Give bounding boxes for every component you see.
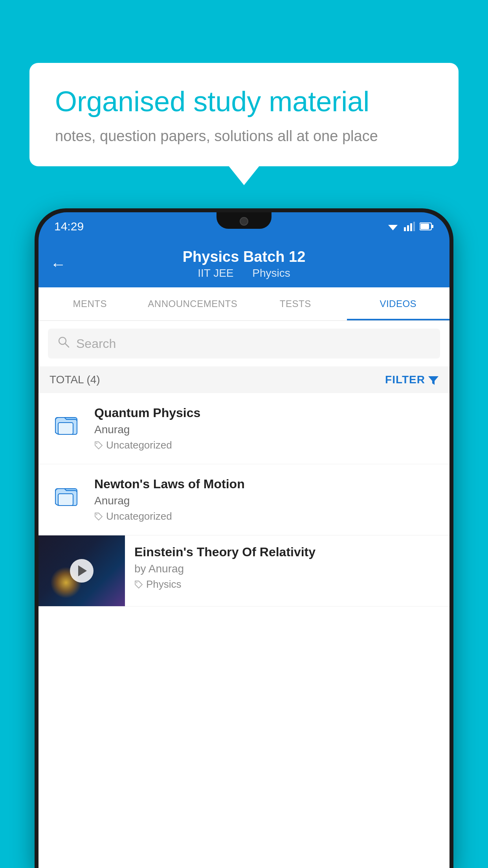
svg-rect-7 xyxy=(420,224,429,229)
front-camera xyxy=(240,217,248,226)
status-bar: 14:29 xyxy=(39,212,449,241)
search-icon xyxy=(57,336,70,351)
list-item[interactable]: Newton's Laws of Motion Anurag Uncategor… xyxy=(39,464,449,535)
tag-icon xyxy=(134,580,143,589)
search-placeholder: Search xyxy=(76,337,116,351)
phone-inner: 14:29 xyxy=(39,212,449,868)
item-tag: Uncategorized xyxy=(94,439,438,451)
play-button[interactable] xyxy=(70,559,94,583)
phone-content: ← Physics Batch 12 IIT JEE Physics MENTS… xyxy=(39,241,449,868)
speech-bubble-section: Organised study material notes, question… xyxy=(29,63,459,166)
svg-point-17 xyxy=(136,582,138,583)
phone-frame: 14:29 xyxy=(35,208,453,868)
tab-tests[interactable]: TESTS xyxy=(244,287,347,320)
filter-row: TOTAL (4) FILTER xyxy=(39,366,449,393)
item-tag: Uncategorized xyxy=(94,510,438,522)
status-icons xyxy=(387,222,434,231)
tag-icon xyxy=(94,512,103,521)
item-title: Quantum Physics xyxy=(94,406,438,420)
folder-icon xyxy=(50,406,85,441)
tab-videos[interactable]: VIDEOS xyxy=(347,287,450,320)
svg-rect-6 xyxy=(431,225,433,228)
search-bar[interactable]: Search xyxy=(48,329,440,359)
search-container: Search xyxy=(39,321,449,366)
svg-rect-3 xyxy=(410,223,412,231)
filter-icon xyxy=(428,375,438,385)
batch-title: Physics Batch 12 xyxy=(39,248,449,265)
svg-marker-10 xyxy=(428,376,438,385)
bubble-subtitle: notes, question papers, solutions all at… xyxy=(55,128,433,145)
thumb-info: Einstein's Theory Of Relativity by Anura… xyxy=(125,535,449,600)
batch-subtitle: IIT JEE Physics xyxy=(39,267,449,280)
svg-point-16 xyxy=(96,514,97,515)
item-title: Newton's Laws of Motion xyxy=(94,477,438,491)
item-author: Anurag xyxy=(94,495,438,507)
subtitle-physics: Physics xyxy=(252,267,290,279)
battery-icon xyxy=(420,222,434,231)
svg-point-13 xyxy=(96,443,97,444)
list-item[interactable]: Quantum Physics Anurag Uncategorized xyxy=(39,393,449,464)
back-button[interactable]: ← xyxy=(50,255,66,273)
signal-icon xyxy=(404,222,415,231)
svg-marker-0 xyxy=(388,225,398,230)
video-title: Einstein's Theory Of Relativity xyxy=(134,545,440,559)
bubble-title: Organised study material xyxy=(55,85,433,118)
video-tag: Physics xyxy=(134,578,440,590)
app-header: ← Physics Batch 12 IIT JEE Physics xyxy=(39,241,449,287)
item-info: Newton's Laws of Motion Anurag Uncategor… xyxy=(94,477,438,522)
tab-announcements[interactable]: ANNOUNCEMENTS xyxy=(141,287,244,320)
play-icon xyxy=(78,565,87,576)
list-item-thumb[interactable]: Einstein's Theory Of Relativity by Anura… xyxy=(39,535,449,607)
folder-icon xyxy=(50,477,85,512)
tabs-bar: MENTS ANNOUNCEMENTS TESTS VIDEOS xyxy=(39,287,449,321)
status-time: 14:29 xyxy=(54,220,84,233)
video-thumbnail xyxy=(39,535,125,606)
svg-rect-12 xyxy=(58,423,73,434)
svg-rect-15 xyxy=(58,494,73,506)
wifi-icon xyxy=(387,222,399,231)
item-author: Anurag xyxy=(94,423,438,436)
item-info: Quantum Physics Anurag Uncategorized xyxy=(94,406,438,451)
svg-rect-4 xyxy=(413,222,415,231)
video-author: by Anurag xyxy=(134,563,440,575)
speech-bubble: Organised study material notes, question… xyxy=(29,63,459,166)
video-list: Quantum Physics Anurag Uncategorized xyxy=(39,393,449,868)
notch xyxy=(216,212,272,229)
svg-rect-1 xyxy=(404,227,406,231)
filter-label: FILTER xyxy=(385,373,425,386)
tab-ments[interactable]: MENTS xyxy=(39,287,141,320)
subtitle-iit: IIT JEE xyxy=(198,267,233,279)
total-count: TOTAL (4) xyxy=(50,373,100,386)
tag-icon xyxy=(94,441,103,450)
svg-rect-2 xyxy=(407,225,409,231)
svg-line-9 xyxy=(65,344,69,347)
filter-button[interactable]: FILTER xyxy=(385,373,438,386)
